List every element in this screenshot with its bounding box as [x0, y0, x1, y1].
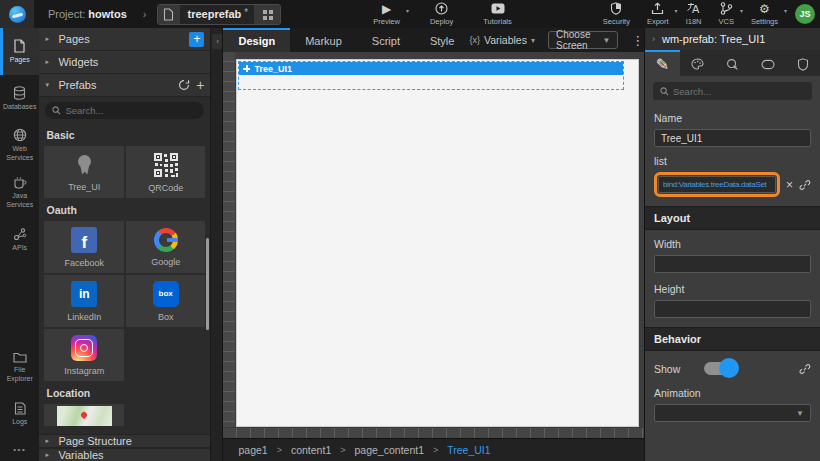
list-bind-input[interactable]	[658, 176, 776, 193]
database-icon	[13, 86, 26, 100]
refresh-icon[interactable]	[178, 79, 190, 91]
show-property-row: Show	[654, 362, 811, 375]
kebab-menu-icon[interactable]: ⋮	[631, 34, 644, 47]
project-value: howtos	[88, 8, 127, 20]
prefab-search-box[interactable]	[45, 102, 204, 119]
preview-button[interactable]: ▶ Preview ▾	[373, 2, 400, 26]
breadcrumb-page-content1[interactable]: page_content1	[355, 444, 424, 456]
screen-size-select[interactable]: -- Choose Screen Size -- ▼	[548, 31, 618, 49]
width-label: Width	[654, 238, 811, 250]
name-input[interactable]	[654, 129, 811, 147]
tab-events[interactable]	[715, 50, 750, 76]
category-location: Location	[44, 381, 205, 404]
sidebar-item-databases[interactable]: Databases	[0, 75, 39, 122]
width-input[interactable]	[654, 255, 811, 273]
caret-down-icon: ▾	[531, 36, 535, 45]
variables-button[interactable]: {x} Variables ▾	[469, 34, 535, 46]
page-tab-chip[interactable]: treeprefab *	[157, 4, 282, 25]
breadcrumb-page1[interactable]: page1	[238, 444, 267, 456]
tab-properties[interactable]: ✎	[645, 50, 680, 76]
prefab-tile-box[interactable]: box Box	[126, 275, 206, 327]
user-avatar[interactable]: JS	[795, 4, 815, 24]
tab-script[interactable]: Script	[357, 28, 415, 52]
collapse-right-panel-icon[interactable]: ›	[652, 34, 655, 44]
sidebar-item-apis[interactable]: APIs	[0, 216, 39, 263]
sidebar-item-web-services[interactable]: Web Services	[0, 122, 39, 169]
dashboard-grid-icon[interactable]	[254, 5, 280, 24]
variables-section-header[interactable]: ▸ Variables	[39, 448, 210, 461]
tab-styles[interactable]	[680, 50, 715, 76]
tab-security[interactable]	[785, 50, 820, 76]
prefab-tile-google[interactable]: Google	[126, 221, 206, 273]
caret-down-icon: ▾	[406, 7, 409, 14]
security-button[interactable]: Security	[603, 2, 630, 26]
breadcrumb-separator: >	[433, 445, 438, 455]
pencil-icon: ✎	[656, 55, 669, 74]
properties-panel-header: › wm-prefab: Tree_UI1	[645, 28, 820, 50]
breadcrumb: page1 > content1 > page_content1 > Tree_…	[223, 438, 644, 461]
left-panel-bottom: ▸ Page Structure ▸ Variables	[39, 434, 210, 461]
chevron-right-icon: ›	[143, 8, 147, 20]
behavior-section-header[interactable]: Behavior	[645, 327, 820, 351]
pages-section-header[interactable]: ▸ Pages +	[39, 28, 210, 51]
tab-design[interactable]: Design	[223, 28, 290, 52]
logo-block[interactable]	[0, 0, 34, 28]
height-label: Height	[654, 283, 811, 295]
settings-button[interactable]: ⚙ Settings ▾	[751, 2, 778, 26]
widget-selection-bar[interactable]: Tree_UI1	[239, 62, 623, 75]
export-button[interactable]: Export ▾	[647, 2, 669, 26]
show-bind-link-icon[interactable]	[799, 363, 811, 375]
linkedin-icon: in	[71, 281, 97, 307]
tree-ui-widget[interactable]: Tree_UI1	[238, 61, 624, 90]
tutorials-button[interactable]: Tutorials	[483, 2, 511, 26]
deploy-button[interactable]: Deploy	[430, 2, 453, 26]
sidebar-item-java-services[interactable]: Java Services	[0, 169, 39, 216]
prefab-tile-facebook[interactable]: f Facebook	[44, 221, 124, 273]
overflow-menu-button[interactable]: •••	[0, 438, 39, 461]
prefab-tile-linkedin[interactable]: in LinkedIn	[44, 275, 124, 327]
vcs-button[interactable]: VCS ▾	[718, 2, 733, 26]
prefab-tile-tree-ui[interactable]: Tree_UI	[44, 146, 124, 198]
shield-icon	[610, 2, 622, 15]
prefab-tile-instagram[interactable]: Instagram	[44, 329, 124, 381]
add-prefab-icon[interactable]: +	[196, 77, 204, 93]
add-page-button[interactable]: +	[189, 32, 204, 47]
prefabs-section-header[interactable]: ▾ Prefabs +	[39, 74, 210, 97]
properties-search-row	[645, 76, 820, 104]
breadcrumb-tree-ui1[interactable]: Tree_UI1	[447, 444, 490, 456]
bind-link-icon[interactable]	[799, 179, 811, 191]
properties-panel: › wm-prefab: Tree_UI1 ✎	[644, 28, 820, 461]
layout-section-header[interactable]: Layout	[645, 206, 820, 230]
prefab-search-input[interactable]	[65, 105, 197, 116]
prefab-tile-map[interactable]	[44, 404, 124, 426]
activity-spacer	[0, 263, 39, 344]
breadcrumb-content1[interactable]: content1	[291, 444, 331, 456]
properties-search-box[interactable]	[653, 82, 812, 100]
height-input[interactable]	[654, 300, 811, 318]
sidebar-item-pages[interactable]: Pages	[0, 28, 39, 75]
palette-icon	[691, 58, 704, 70]
collapse-left-panel-button[interactable]: ‹	[212, 34, 222, 49]
document-icon	[158, 5, 180, 24]
design-canvas[interactable]: Tree_UI1	[236, 59, 639, 427]
prefab-tile-qrcode[interactable]: QRCode	[126, 146, 206, 198]
page-structure-section-header[interactable]: ▸ Page Structure	[39, 434, 210, 448]
sidebar-item-file-explorer[interactable]: File Explorer	[0, 344, 39, 391]
project-name: Project: howtos	[48, 8, 127, 20]
breadcrumb-separator: >	[340, 445, 345, 455]
clear-bind-icon[interactable]: ×	[785, 178, 794, 192]
coffee-icon	[13, 176, 27, 189]
i18n-button[interactable]: A I18N	[686, 2, 702, 26]
expanded-arrow-icon: ▾	[45, 81, 52, 89]
widgets-section-header[interactable]: ▸ Widgets	[39, 51, 210, 74]
topbar-actions: ▶ Preview ▾ Deploy Tutorials	[373, 2, 512, 26]
show-toggle[interactable]	[704, 362, 737, 375]
animation-select[interactable]: ▼	[654, 404, 811, 422]
sidebar-item-logs[interactable]: Logs	[0, 391, 39, 438]
properties-search-input[interactable]	[673, 86, 805, 97]
tab-markup[interactable]: Markup	[290, 28, 357, 52]
tab-dialogs[interactable]	[750, 50, 785, 76]
tab-style[interactable]: Style	[415, 28, 469, 52]
animation-label: Animation	[654, 387, 811, 399]
export-icon	[651, 2, 664, 15]
